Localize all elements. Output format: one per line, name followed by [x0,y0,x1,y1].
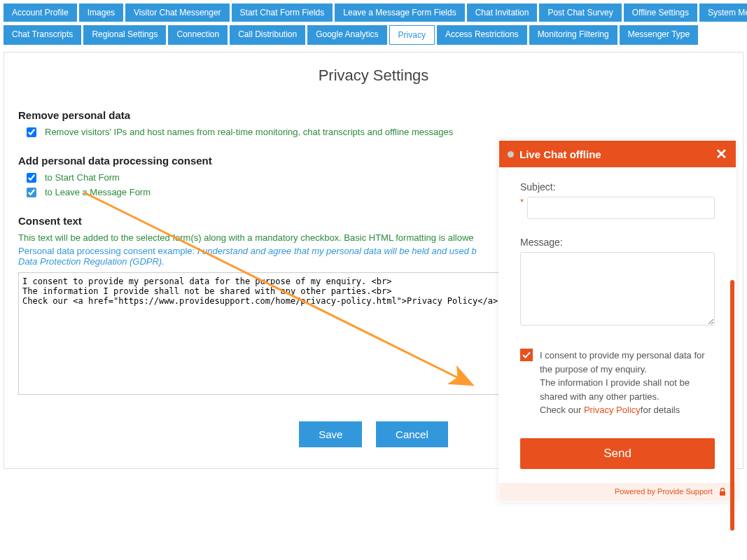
consent-example-italic: I understand and agree that my personal … [197,246,477,256]
tab-start-chat-form-fields[interactable]: Start Chat Form Fields [232,4,333,22]
consent-block: I consent to provide my personal data fo… [520,349,715,417]
tab-account-profile[interactable]: Account Profile [4,4,77,22]
remove-checkbox-line: Remove visitors' IPs and host names from… [27,127,729,137]
leave-message-label: to Leave a Message Form [45,187,151,197]
message-textarea[interactable] [520,252,715,326]
chat-body: Subject: * Message: I consent to provide… [499,167,736,483]
lock-icon [718,487,727,497]
remove-ips-checkbox[interactable] [27,127,36,137]
tab-visitor-chat-messenger[interactable]: Visitor Chat Messenger [125,4,230,22]
message-input-wrap [520,252,715,328]
start-chat-checkbox[interactable] [27,173,36,183]
consent-line1: I consent to provide my personal data fo… [540,350,705,374]
scrollbar-accent[interactable] [730,280,734,531]
tab-offline-settings[interactable]: Offline Settings [624,4,697,22]
chat-header-title: Live Chat offline [519,148,601,160]
tabs-row-2: Chat TranscriptsRegional SettingsConnect… [0,25,747,48]
subject-label: Subject: [520,181,715,192]
subject-input[interactable] [527,197,715,219]
tab-access-restrictions[interactable]: Access Restrictions [437,25,527,45]
chat-footer: Powered by Provide Support [499,483,736,501]
start-chat-label: to Start Chat Form [45,172,120,183]
chat-widget: Live Chat offline ✕ Subject: * Message: … [498,140,736,502]
tab-monitoring-filtering[interactable]: Monitoring Filtering [529,25,617,45]
tab-leave-a-message-form-fields[interactable]: Leave a Message Form Fields [335,4,464,22]
tabs-row-1: Account ProfileImagesVisitor Chat Messen… [0,0,747,25]
remove-title: Remove personal data [18,109,729,121]
tab-call-distribution[interactable]: Call Distribution [230,25,305,45]
tab-connection[interactable]: Connection [168,25,228,45]
tab-privacy[interactable]: Privacy [389,25,435,45]
send-button[interactable]: Send [520,438,715,469]
tab-regional-settings[interactable]: Regional Settings [83,25,166,45]
tab-chat-transcripts[interactable]: Chat Transcripts [4,25,81,45]
consent-line3a: Check our [540,405,584,415]
consent-checkbox[interactable] [520,349,533,361]
consent-example-suffix: Data Protection Regulation (GDPR). [18,256,165,267]
tab-system-messages[interactable]: System Messages [699,4,747,22]
cancel-button[interactable]: Cancel [376,421,448,447]
close-icon[interactable]: ✕ [715,147,727,161]
tab-chat-invitation[interactable]: Chat Invitation [467,4,538,22]
chat-header: Live Chat offline ✕ [499,141,736,167]
message-label: Message: [520,237,715,248]
leave-message-checkbox[interactable] [27,188,36,197]
required-mark: * [520,197,524,207]
consent-example-prefix: Personal data processing consent example… [18,246,197,256]
subject-input-wrap: * [520,197,715,219]
consent-line3b: for details [641,405,680,415]
remove-label: Remove visitors' IPs and host names from… [45,127,453,137]
status-dot-icon [508,151,514,158]
tab-post-chat-survey[interactable]: Post Chat Survey [539,4,621,22]
powered-by-link[interactable]: Powered by Provide Support [615,487,713,496]
tab-google-analytics[interactable]: Google Analytics [307,25,386,45]
remove-personal-data-section: Remove personal data Remove visitors' IP… [18,109,729,137]
consent-line2: The information I provide shall not be s… [540,377,690,402]
tab-messenger-type[interactable]: Messenger Type [620,25,699,45]
page-title: Privacy Settings [18,66,729,85]
privacy-policy-link[interactable]: Privacy Policy [584,405,641,415]
svg-rect-0 [720,491,725,496]
check-icon [522,351,531,359]
save-button[interactable]: Save [299,421,362,447]
consent-text-widget: I consent to provide my personal data fo… [540,349,715,417]
tab-images[interactable]: Images [79,4,123,22]
